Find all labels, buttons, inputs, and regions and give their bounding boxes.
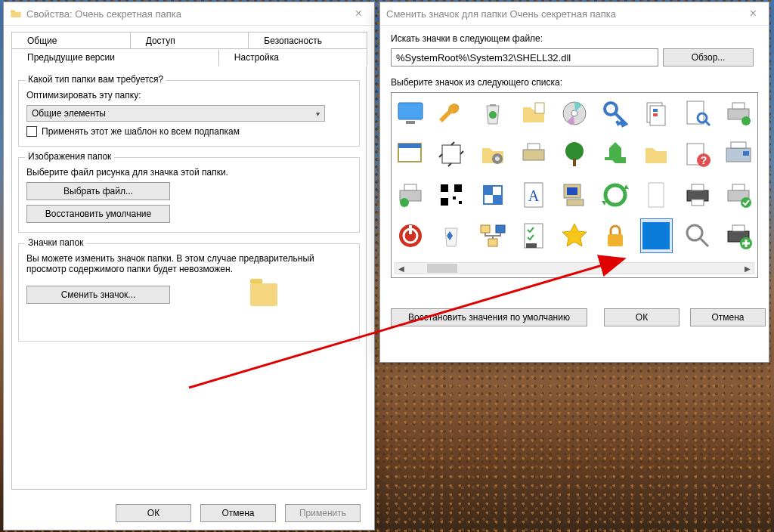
green-printer-icon[interactable] — [395, 178, 426, 212]
magnifier-icon[interactable] — [682, 218, 714, 253]
scroll-track[interactable] — [407, 263, 741, 274]
network-printer-icon[interactable] — [723, 96, 754, 131]
printer-icon[interactable] — [682, 178, 714, 212]
folder-icons-desc: Вы можете изменить значок папки. В этом … — [26, 253, 329, 274]
scroll-left-arrow-icon[interactable]: ◀ — [395, 264, 407, 273]
svg-rect-30 — [743, 151, 749, 156]
svg-rect-17 — [398, 144, 421, 148]
icon-list-scrollbar[interactable]: ◀ ▶ — [395, 262, 754, 274]
upload-icon[interactable] — [599, 137, 631, 172]
svg-rect-35 — [454, 184, 462, 192]
folder-plain-icon[interactable] — [640, 137, 672, 172]
ok-button[interactable]: ОК — [116, 504, 191, 522]
optimize-combo[interactable]: Общие элементы ▾ — [26, 105, 325, 122]
svg-rect-46 — [649, 183, 664, 207]
svg-rect-43 — [567, 187, 577, 195]
svg-point-2 — [489, 111, 497, 119]
scroll-thumb[interactable] — [427, 264, 457, 273]
cancel-button[interactable]: Отмена — [200, 504, 276, 522]
tree-icon[interactable] — [559, 137, 590, 172]
folder-type-group: Какой тип папки вам требуется? Оптимизир… — [18, 80, 360, 147]
restore-default-image-button[interactable]: Восстановить умолчание — [26, 205, 170, 223]
folder-images-group: Изображения папок Выберите файл рисунка … — [18, 157, 360, 233]
svg-rect-65 — [732, 225, 745, 231]
svg-rect-51 — [732, 184, 745, 190]
font-doc-icon[interactable]: A — [518, 178, 550, 212]
star-icon[interactable] — [559, 218, 590, 253]
icon-file-path-input[interactable] — [391, 48, 658, 66]
select-icon-label: Выберите значок из следующего списка: — [391, 77, 758, 88]
old-computer-icon[interactable] — [559, 178, 590, 212]
folder-preview-icon — [250, 283, 277, 306]
icon-list[interactable]: ? A — [391, 92, 758, 278]
scroll-right-arrow-icon[interactable]: ▶ — [741, 264, 754, 273]
shield-icon[interactable] — [476, 178, 508, 212]
icon-cancel-button[interactable]: Отмена — [690, 308, 766, 326]
svg-text:?: ? — [700, 154, 707, 166]
apply-template-checkbox[interactable] — [26, 126, 37, 137]
tab-security[interactable]: Безопасность — [248, 32, 367, 49]
svg-rect-0 — [398, 103, 423, 119]
svg-point-6 — [605, 103, 617, 115]
refresh-icon[interactable] — [599, 178, 631, 212]
blank-blue-icon[interactable] — [640, 218, 672, 253]
expand-icon[interactable] — [435, 137, 467, 172]
props-titlebar: Свойства: Очень секретная папка × — [4, 2, 374, 26]
printer-checked-icon[interactable] — [723, 178, 754, 212]
search-doc-icon[interactable] — [682, 96, 714, 131]
folder-images-desc: Выберите файл рисунка для значка этой па… — [26, 167, 351, 178]
monitor-blue-icon[interactable] — [395, 96, 426, 131]
tab-previous-versions[interactable]: Предыдущие версии — [11, 48, 219, 66]
tab-general[interactable]: Общие — [11, 32, 131, 49]
close-icon[interactable]: × — [349, 7, 368, 20]
choose-file-button[interactable]: Выбрать файл... — [26, 182, 170, 200]
svg-point-45 — [605, 185, 625, 205]
old-printer-icon[interactable] — [518, 137, 550, 172]
svg-rect-49 — [692, 200, 704, 206]
fax-printer-icon[interactable] — [723, 137, 754, 172]
blank-doc-icon[interactable] — [640, 178, 672, 212]
close-icon[interactable]: × — [744, 7, 763, 20]
tab-customize[interactable]: Настройка — [218, 48, 367, 66]
svg-rect-32 — [404, 184, 416, 190]
lock-icon[interactable] — [599, 218, 631, 253]
optimize-label: Оптимизировать эту папку: — [26, 90, 351, 101]
wrench-icon[interactable] — [435, 96, 467, 131]
svg-rect-22 — [528, 144, 540, 150]
folder-item-icon[interactable] — [518, 96, 550, 131]
folder-icons-legend: Значки папок — [25, 237, 86, 248]
files-icon[interactable] — [640, 96, 672, 131]
svg-point-20 — [495, 156, 500, 161]
folder-images-legend: Изображения папок — [25, 151, 114, 162]
browse-button[interactable]: Обзор... — [663, 48, 754, 66]
key-icon[interactable] — [599, 96, 631, 131]
help-icon[interactable]: ? — [682, 137, 714, 172]
apply-button[interactable]: Применить — [285, 504, 361, 522]
checklist-icon[interactable] — [518, 218, 550, 253]
shutdown-icon[interactable] — [395, 218, 426, 253]
qr-icon[interactable] — [435, 178, 467, 212]
tab-page-customize: Какой тип папки вам требуется? Оптимизир… — [11, 66, 367, 490]
svg-rect-34 — [441, 184, 448, 192]
cd-icon[interactable] — [559, 96, 590, 131]
tab-sharing[interactable]: Доступ — [130, 32, 249, 49]
svg-text:A: A — [528, 187, 540, 204]
recycle-bin-icon[interactable] — [476, 96, 508, 131]
props-action-row: ОК Отмена Применить — [4, 504, 374, 522]
icon-ok-button[interactable]: ОК — [604, 308, 680, 326]
svg-rect-38 — [459, 201, 462, 204]
restore-defaults-button[interactable]: Восстановить значения по умолчанию — [391, 308, 587, 326]
window-settings-icon[interactable] — [395, 137, 426, 172]
svg-rect-3 — [535, 103, 544, 113]
network-icon[interactable] — [476, 218, 508, 253]
svg-rect-48 — [692, 184, 704, 190]
printer-add-icon[interactable] — [723, 218, 754, 253]
tabs: Общие Доступ Безопасность Предыдущие вер… — [11, 32, 367, 66]
svg-rect-56 — [481, 225, 490, 233]
folder-gear-icon[interactable] — [476, 137, 508, 172]
change-icon-button[interactable]: Сменить значок... — [26, 286, 170, 304]
recycle-bin2-icon[interactable] — [435, 218, 467, 253]
svg-rect-1 — [406, 121, 415, 124]
chevron-down-icon: ▾ — [316, 110, 320, 118]
svg-rect-21 — [523, 150, 544, 160]
